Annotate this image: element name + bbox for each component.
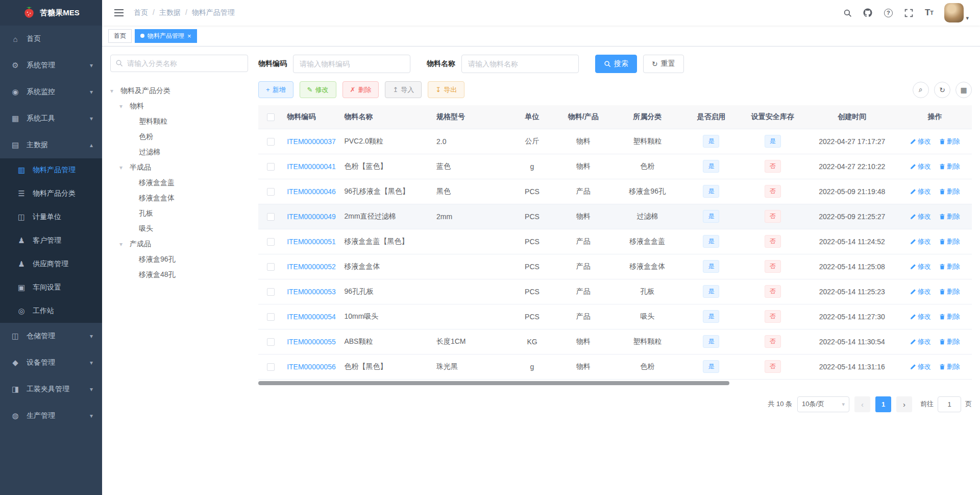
sidebar-subitem[interactable]: ◎ 工作站: [0, 299, 102, 323]
font-size-icon[interactable]: TT: [920, 4, 938, 22]
delete-link[interactable]: 删除: [939, 212, 960, 221]
tree-node[interactable]: 过滤棉: [110, 145, 248, 160]
sidebar-item[interactable]: ▦ 系统工具: [0, 105, 102, 132]
edit-link[interactable]: 修改: [910, 237, 931, 246]
row-checkbox[interactable]: [267, 188, 275, 196]
tab[interactable]: 物料产品管理 ×: [135, 29, 197, 43]
tree-node[interactable]: 物料: [110, 99, 248, 114]
prev-page-button[interactable]: ‹: [854, 396, 870, 412]
edit-link[interactable]: 修改: [910, 312, 931, 321]
delete-link[interactable]: 删除: [939, 362, 960, 371]
row-checkbox[interactable]: [267, 163, 275, 171]
github-icon[interactable]: [859, 4, 877, 22]
row-checkbox[interactable]: [267, 363, 275, 371]
tree-node[interactable]: 孔板: [110, 206, 248, 221]
delete-link[interactable]: 删除: [939, 137, 960, 146]
page-size-select[interactable]: 10条/页 ▾: [797, 396, 849, 412]
edit-link[interactable]: 修改: [910, 162, 931, 171]
tree-node[interactable]: 移液盒盒体: [110, 191, 248, 206]
material-code-link[interactable]: ITEM00000053: [287, 288, 336, 296]
row-checkbox[interactable]: [267, 238, 275, 246]
app-logo[interactable]: 苦糖果MES: [0, 0, 102, 26]
tree-search-input[interactable]: [110, 55, 248, 72]
row-checkbox[interactable]: [267, 213, 275, 221]
delete-link[interactable]: 删除: [939, 237, 960, 246]
row-checkbox[interactable]: [267, 263, 275, 271]
tree-node[interactable]: 移液盒48孔: [110, 267, 248, 282]
tree-node[interactable]: 塑料颗粒: [110, 114, 248, 129]
row-checkbox[interactable]: [267, 338, 275, 346]
toolbar-button[interactable]: ✎ 修改: [300, 81, 336, 98]
tree-node[interactable]: 色粉: [110, 129, 248, 145]
user-menu[interactable]: ▾: [940, 3, 973, 22]
help-icon[interactable]: ?: [879, 4, 897, 22]
sidebar-item[interactable]: ⚙ 系统管理: [0, 52, 102, 79]
delete-link[interactable]: 删除: [939, 262, 960, 271]
sidebar-item[interactable]: ⌂ 首页: [0, 26, 102, 52]
sidebar-item[interactable]: ◨ 工装夹具管理: [0, 376, 102, 403]
row-checkbox[interactable]: [267, 313, 275, 321]
sidebar-item[interactable]: ◉ 系统监控: [0, 79, 102, 105]
edit-link[interactable]: 修改: [910, 337, 931, 346]
next-page-button[interactable]: ›: [896, 396, 912, 412]
sidebar-item[interactable]: ▤ 主数据: [0, 132, 102, 158]
search-button[interactable]: 搜索: [595, 55, 637, 73]
material-code-link[interactable]: ITEM00000052: [287, 263, 336, 271]
material-code-link[interactable]: ITEM00000049: [287, 213, 336, 221]
sidebar-item[interactable]: ◆ 设备管理: [0, 349, 102, 376]
edit-link[interactable]: 修改: [910, 187, 931, 196]
tree-node[interactable]: 半成品: [110, 160, 248, 175]
toolbar-button[interactable]: ↧ 导出: [428, 81, 464, 98]
material-code-link[interactable]: ITEM00000056: [287, 363, 336, 371]
tree-node[interactable]: 物料及产品分类: [110, 83, 248, 99]
breadcrumb-item[interactable]: 主数据: [159, 8, 192, 17]
sidebar-subitem[interactable]: ◫ 计量单位: [0, 205, 102, 229]
edit-link[interactable]: 修改: [910, 287, 931, 296]
breadcrumb-item[interactable]: 首页: [134, 8, 159, 17]
sidebar-subitem[interactable]: ☰ 物料产品分类: [0, 182, 102, 205]
tab[interactable]: 首页: [108, 29, 132, 43]
edit-link[interactable]: 修改: [910, 137, 931, 146]
edit-link[interactable]: 修改: [910, 212, 931, 221]
scrollbar-thumb[interactable]: [258, 381, 729, 385]
horizontal-scrollbar[interactable]: [258, 381, 972, 385]
sidebar-toggle-icon[interactable]: [109, 9, 129, 17]
sidebar-subitem[interactable]: ♟ 供应商管理: [0, 252, 102, 276]
material-code-link[interactable]: ITEM00000041: [287, 162, 336, 171]
sidebar-subitem[interactable]: ▣ 车间设置: [0, 276, 102, 299]
material-code-link[interactable]: ITEM00000051: [287, 238, 336, 246]
delete-link[interactable]: 删除: [939, 162, 960, 171]
toolbar-button[interactable]: + 新增: [258, 81, 293, 98]
edit-link[interactable]: 修改: [910, 262, 931, 271]
material-code-link[interactable]: ITEM00000037: [287, 137, 336, 146]
refresh-icon[interactable]: ↻: [934, 82, 950, 98]
toolbar-button[interactable]: ↥ 导入: [385, 81, 422, 98]
toolbar-button[interactable]: ✗ 删除: [342, 81, 379, 98]
material-code-link[interactable]: ITEM00000055: [287, 338, 336, 346]
material-code-link[interactable]: ITEM00000054: [287, 313, 336, 321]
fullscreen-icon[interactable]: [899, 4, 918, 22]
sidebar-subitem[interactable]: ▥ 物料产品管理: [0, 158, 102, 182]
tab-close-icon[interactable]: ×: [187, 33, 191, 39]
material-code-input[interactable]: [293, 55, 410, 73]
page-number-button[interactable]: 1: [875, 396, 891, 412]
search-icon[interactable]: [838, 4, 856, 22]
tree-node[interactable]: 移液盒盒盖: [110, 175, 248, 191]
edit-link[interactable]: 修改: [910, 362, 931, 371]
delete-link[interactable]: 删除: [939, 187, 960, 196]
delete-link[interactable]: 删除: [939, 287, 960, 296]
material-code-link[interactable]: ITEM00000046: [287, 187, 336, 196]
column-setting-icon[interactable]: ▦: [955, 82, 972, 98]
select-all-checkbox[interactable]: [267, 113, 275, 121]
delete-link[interactable]: 删除: [939, 337, 960, 346]
row-checkbox[interactable]: [267, 138, 275, 146]
breadcrumb-item[interactable]: 物料产品管理: [192, 8, 235, 17]
delete-link[interactable]: 删除: [939, 312, 960, 321]
jump-page-input[interactable]: [938, 396, 961, 412]
sidebar-item[interactable]: ◫ 仓储管理: [0, 323, 102, 349]
tree-node[interactable]: 产成品: [110, 237, 248, 252]
reset-button[interactable]: ↻ 重置: [643, 55, 684, 73]
row-checkbox[interactable]: [267, 288, 275, 296]
sidebar-item[interactable]: ◍ 生产管理: [0, 403, 102, 429]
show-search-icon[interactable]: ⌕: [913, 82, 929, 98]
